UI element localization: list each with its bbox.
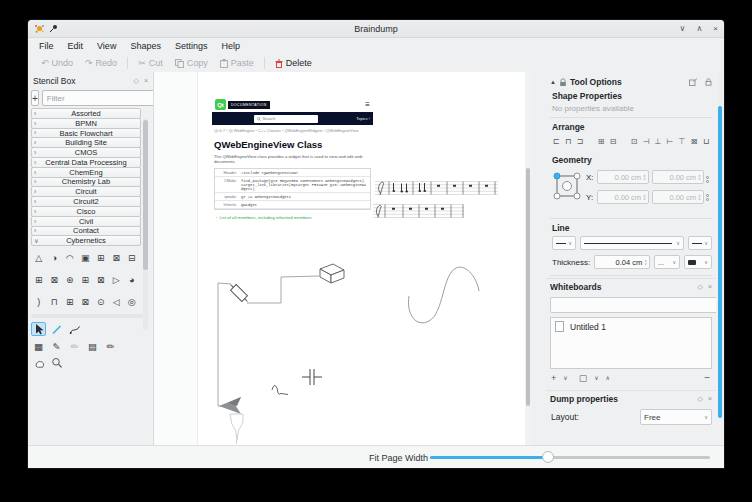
whiteboard-name-input[interactable] <box>550 297 716 313</box>
line-tool-button[interactable] <box>49 322 64 336</box>
stencil-shape[interactable]: ▣ <box>78 247 94 269</box>
move-up-icon[interactable]: ∧ <box>606 374 610 381</box>
arrange-button[interactable]: ⊡ <box>628 135 640 147</box>
stencil-hscrollbar[interactable] <box>31 314 149 318</box>
arrange-button[interactable]: ⊥ <box>652 135 664 147</box>
dash-pattern-dropdown[interactable]: ...∨ <box>654 255 680 269</box>
add-stencil-button[interactable]: + <box>31 90 39 106</box>
menu-item[interactable]: Edit <box>68 41 84 51</box>
thickness-spinbox[interactable]: 0.04 cm ∧∨ <box>594 255 650 269</box>
calligraphy-tool-button[interactable]: ✎ <box>49 339 64 353</box>
float-panel-icon[interactable]: ◇ <box>698 283 703 291</box>
menu-item[interactable]: Shapes <box>130 41 161 51</box>
x-position-spinbox[interactable]: 0.00 cm ∧∨ <box>597 170 649 184</box>
duplicate-page-icon[interactable]: ▢ <box>579 373 588 383</box>
close-panel-icon[interactable]: × <box>144 77 148 85</box>
delete-button[interactable]: Delete <box>269 58 318 68</box>
y-position-spinbox[interactable]: 0.00 cm ∧∨ <box>597 190 649 204</box>
line-start-dropdown[interactable]: ∨ <box>552 236 576 250</box>
paste-button[interactable]: Paste <box>214 58 260 68</box>
stencil-category-expanded[interactable]: ∨ Cybernetics <box>31 235 141 246</box>
stencil-shape[interactable]: ⊠ <box>47 269 63 291</box>
arrange-button[interactable]: ⊢ <box>664 135 676 147</box>
stencil-category[interactable]: › Chemistry Lab <box>31 177 141 188</box>
undo-button[interactable]: ↶ Undo <box>35 58 79 68</box>
link-aspect-icon[interactable] <box>706 176 709 183</box>
stencil-shape[interactable]: ⊞ <box>93 247 109 269</box>
stencil-category[interactable]: › Cisco <box>31 206 141 217</box>
float-panel-icon[interactable]: ◇ <box>698 395 703 403</box>
menu-item[interactable]: Settings <box>175 41 208 51</box>
arrange-button[interactable]: ⊔ <box>700 135 712 147</box>
anchor-selector[interactable] <box>552 170 582 202</box>
stencil-shape[interactable]: ◕ <box>124 269 140 291</box>
stencil-shape[interactable]: ⊠ <box>78 291 94 313</box>
arrange-button[interactable]: ⊞ <box>595 135 607 147</box>
freehand-tool-button[interactable] <box>67 322 82 336</box>
close-panel-icon[interactable]: × <box>708 395 712 403</box>
stencil-shape[interactable]: ⊠ <box>93 269 109 291</box>
stencil-category[interactable]: › Assorted <box>31 108 141 119</box>
arrange-button[interactable]: ⊠ <box>688 135 700 147</box>
whiteboard-list-item[interactable]: Untitled 1 <box>551 318 711 335</box>
remove-whiteboard-button[interactable]: − <box>704 372 710 383</box>
grid-tool-button[interactable]: ▦ <box>31 339 46 353</box>
canvas-vscrollbar[interactable] <box>525 72 531 445</box>
stencil-category[interactable]: › Contact <box>31 226 141 237</box>
dock-scrollbar[interactable] <box>718 74 722 395</box>
line-cap-dropdown[interactable]: ∨ <box>684 255 712 269</box>
image-tool-button[interactable]: ▤ <box>85 339 100 353</box>
close-panel-icon[interactable]: × <box>708 283 712 291</box>
stencil-shape[interactable]: ⊛ <box>62 269 78 291</box>
menu-item[interactable]: Help <box>221 41 240 51</box>
stencil-shape[interactable]: ◠ <box>62 247 78 269</box>
stencil-category[interactable]: › Building Site <box>31 137 141 148</box>
filter-input[interactable] <box>42 90 162 106</box>
stencil-shape[interactable]: ⊙ <box>93 291 109 313</box>
select-tool-button[interactable] <box>31 322 46 336</box>
zoom-slider[interactable] <box>430 456 710 459</box>
stencil-category[interactable]: › Central Data Processing <box>31 157 141 168</box>
link-aspect-icon[interactable] <box>706 194 709 201</box>
collapse-icon[interactable]: ▲ <box>550 79 556 85</box>
canvas[interactable]: Qt DOCUMENTATION ≡ Search Topics › Qt 6.… <box>153 72 531 445</box>
stencil-shape[interactable]: ▷ <box>109 269 125 291</box>
artistic-text-tool-button[interactable]: ✏ <box>67 339 82 353</box>
stencil-category[interactable]: › CMOS <box>31 147 141 158</box>
stencil-category[interactable]: › BPMN <box>31 118 141 129</box>
stencil-shape[interactable]: ⊟ <box>124 247 140 269</box>
stencil-category[interactable]: › Circuit <box>31 186 141 197</box>
stencil-shape[interactable]: ) <box>31 291 47 313</box>
stencil-shape[interactable]: △ <box>31 247 47 269</box>
stencil-category[interactable]: › Basic Flowchart <box>31 128 141 139</box>
stencil-shape[interactable]: ⊞ <box>62 291 78 313</box>
cut-button[interactable]: ✂ Cut <box>132 58 169 68</box>
close-button[interactable]: × <box>713 24 718 33</box>
redo-button[interactable]: ↷ Redo <box>79 58 123 68</box>
detach-panel-icon[interactable] <box>689 78 698 86</box>
maximize-button[interactable]: ∧ <box>696 24 702 33</box>
zoom-mode-label[interactable]: Fit Page Width <box>346 453 428 463</box>
line-end-dropdown[interactable]: ∨ <box>688 236 712 250</box>
menu-item[interactable]: File <box>39 41 54 51</box>
arrange-button[interactable]: ⊏ <box>550 135 562 147</box>
arrange-button[interactable]: ⊟ <box>607 135 619 147</box>
move-down-icon[interactable]: ∨ <box>594 374 598 381</box>
titlebar[interactable]: Braindump ∨ ∧ × <box>28 20 724 38</box>
zoom-slider-handle[interactable] <box>542 451 554 463</box>
stencil-shape[interactable]: ◎ <box>124 291 140 313</box>
arrange-button[interactable]: ⊣ <box>640 135 652 147</box>
lock-panel-icon[interactable] <box>705 78 712 86</box>
add-whiteboard-button[interactable]: + <box>551 373 556 383</box>
layout-dropdown[interactable]: Free ∨ <box>640 409 712 425</box>
stencil-shape[interactable]: ⊞ <box>78 269 94 291</box>
stencil-shape[interactable]: ◑ <box>47 247 63 269</box>
menu-item[interactable]: View <box>97 41 116 51</box>
stencil-shape[interactable]: ⊓ <box>47 291 63 313</box>
stencil-scrollbar[interactable] <box>143 118 148 330</box>
arrange-button[interactable]: ⊤ <box>676 135 688 147</box>
arrange-button[interactable]: ⊓ <box>562 135 574 147</box>
stencil-category[interactable]: › ChemEng <box>31 167 141 178</box>
width-spinbox[interactable]: 0.00 cm ∧∨ <box>652 170 704 184</box>
float-panel-icon[interactable]: ◇ <box>134 77 139 85</box>
